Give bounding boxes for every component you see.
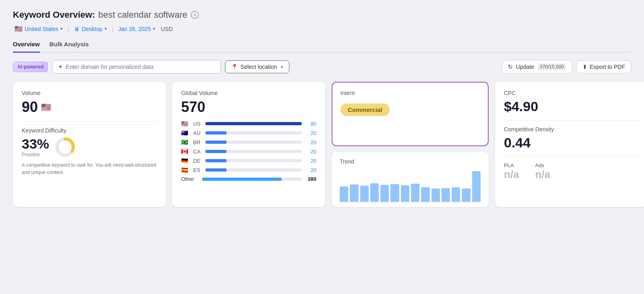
trend-bar: [350, 184, 358, 202]
trend-bar: [390, 184, 399, 202]
domain-input[interactable]: [66, 64, 215, 70]
volume-divider: [22, 121, 157, 122]
country-flag-icon: 🇺🇸: [14, 25, 23, 33]
tabs-container: Overview Bulk Analysis: [13, 41, 631, 53]
country-flag-icon: 🇦🇺: [181, 130, 190, 136]
date-selector[interactable]: Jan 28, 2025 ▾: [117, 25, 157, 33]
cpc-value: $4.90: [504, 99, 639, 114]
density-divider: [504, 156, 639, 157]
intent-label: Intent: [341, 90, 480, 96]
trend-bar: [340, 186, 348, 202]
country-flag-icon: 🇩🇪: [181, 157, 190, 164]
refresh-icon: ↻: [508, 64, 513, 70]
ai-powered-badge: AI-powered: [13, 62, 48, 72]
keyword-text: best calendar software: [98, 10, 187, 20]
country-count: 20: [305, 130, 316, 136]
country-count: 20: [305, 167, 316, 173]
country-bar-fill: [205, 168, 227, 172]
country-bar-bg: [205, 141, 302, 144]
separator-2: |: [112, 25, 114, 33]
cpc-density-card: CPC $4.90 Competitive Density 0.44 PLA n…: [495, 82, 644, 207]
country-bar-bg: [205, 131, 302, 135]
ads-value: n/a: [535, 168, 551, 181]
country-flag-icon: 🇺🇸: [181, 120, 190, 127]
country-code: ES: [193, 167, 202, 173]
country-count: 20: [305, 139, 316, 145]
trend-bar: [472, 171, 481, 202]
country-row: 🇧🇷 BR 20: [181, 139, 316, 145]
difficulty-label: Keyword Difficulty: [22, 127, 157, 134]
intent-trend-column: Intent Commercial Trend: [332, 82, 489, 207]
country-bar-bg: [205, 159, 302, 162]
other-bar-bg: [202, 178, 302, 181]
page-title: Keyword Overview: best calendar software…: [13, 10, 631, 20]
pla-label: PLA: [504, 162, 519, 168]
date-label: Jan 28, 2025: [118, 26, 151, 32]
location-selector[interactable]: 📍 Select location ▾: [225, 60, 289, 73]
cards-grid: Volume 90 🇺🇸 Keyword Difficulty 33% Poss…: [13, 82, 631, 207]
country-bar-fill: [205, 122, 302, 125]
country-count: 90: [305, 121, 316, 127]
trend-bar: [380, 185, 389, 202]
trend-bar: [421, 187, 429, 202]
sparkle-icon: ✦: [58, 63, 63, 70]
difficulty-description: A competitive keyword to rank for. You w…: [22, 161, 157, 176]
separator-1: |: [68, 25, 69, 33]
location-chevron-icon: ▾: [281, 64, 283, 70]
tab-overview[interactable]: Overview: [13, 41, 40, 53]
title-prefix: Keyword Overview:: [13, 10, 95, 20]
volume-value: 90 🇺🇸: [22, 99, 157, 116]
cpc-divider: [504, 120, 639, 120]
country-chevron-icon: ▾: [60, 26, 63, 31]
difficulty-donut-chart: [55, 137, 76, 157]
export-icon: ⬆: [582, 64, 587, 70]
device-selector[interactable]: 🖥 Desktop ▾: [72, 25, 108, 33]
domain-input-wrapper[interactable]: ✦: [52, 60, 221, 74]
toolbar: AI-powered ✦ 📍 Select location ▾ ↻ Updat…: [13, 60, 631, 74]
trend-bar: [431, 188, 440, 202]
other-count: 380: [305, 176, 316, 182]
country-code: DE: [193, 158, 202, 164]
update-count: 370/15,000: [537, 63, 566, 70]
country-code: AU: [193, 130, 202, 136]
country-bar-bg: [205, 122, 302, 125]
tab-bulk-analysis[interactable]: Bulk Analysis: [50, 41, 89, 53]
ads-label: Ads: [535, 162, 551, 168]
trend-bar: [462, 188, 470, 202]
intent-badge: Commercial: [341, 104, 390, 116]
trend-bar: [411, 184, 419, 202]
country-flag-icon: 🇧🇷: [181, 139, 190, 145]
trend-card: Trend: [332, 152, 489, 207]
date-chevron-icon: ▾: [153, 26, 155, 31]
competitive-density-value: 0.44: [504, 135, 639, 151]
country-selector[interactable]: 🇺🇸 United States ▾: [13, 24, 64, 33]
country-flag-icon: 🇨🇦: [181, 148, 190, 155]
difficulty-sub: Possible: [22, 152, 49, 157]
update-button[interactable]: ↻ Update 370/15,000: [502, 60, 572, 74]
country-code: CA: [193, 149, 202, 155]
location-label: Select location: [240, 64, 277, 70]
cpc-label: CPC: [504, 90, 639, 96]
country-row: 🇩🇪 DE 20: [181, 157, 316, 164]
pla-item: PLA n/a: [504, 162, 519, 181]
global-volume-label: Global Volume: [181, 90, 316, 96]
volume-label: Volume: [22, 90, 157, 96]
export-label: Export to PDF: [590, 64, 625, 70]
pla-ads-row: PLA n/a Ads n/a: [504, 162, 639, 181]
other-flag: Other: [181, 176, 199, 182]
competitive-density-label: Competitive Density: [504, 126, 639, 133]
currency-label: USD: [161, 26, 173, 32]
country-code: BR: [193, 139, 202, 145]
country-label: United States: [25, 26, 58, 32]
country-bar-fill: [205, 150, 227, 153]
pla-value: n/a: [504, 168, 519, 181]
global-volume-value: 570: [181, 99, 316, 116]
trend-divider: [340, 202, 481, 202]
trend-bar: [370, 183, 379, 202]
export-button[interactable]: ⬆ Export to PDF: [576, 60, 631, 73]
us-flag-icon: 🇺🇸: [41, 102, 51, 112]
country-bar-fill: [205, 159, 227, 162]
other-bar-fill: [202, 178, 282, 181]
add-keyword-icon[interactable]: +: [191, 11, 199, 19]
country-row: 🇪🇸 ES 20: [181, 167, 316, 173]
